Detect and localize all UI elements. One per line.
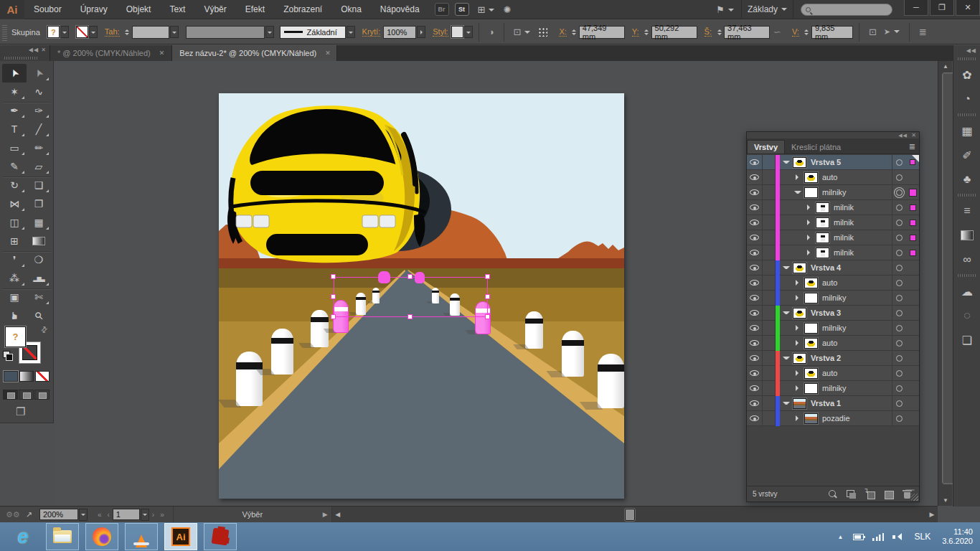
lock-toggle[interactable] [763, 366, 776, 381]
layer-thumbnail[interactable] [816, 217, 829, 228]
clock[interactable]: 11:40 3.6.2020 [942, 527, 973, 546]
layer-name[interactable]: milnik [834, 203, 892, 212]
expand-caret-icon[interactable] [796, 415, 803, 421]
document-tab[interactable]: Bez názvu-2* @ 200% (CMYK/Náhled)✕ [172, 45, 337, 61]
opacity-field[interactable]: 100% [383, 26, 416, 39]
layer-thumbnail[interactable] [804, 338, 818, 349]
selection-handle[interactable] [331, 314, 336, 319]
height-stepper[interactable] [802, 26, 811, 39]
artboard-number-field[interactable]: 1 [113, 509, 140, 520]
gradient-panel-icon[interactable] [953, 223, 980, 248]
zoom-tool[interactable]: ⚲ [27, 306, 51, 325]
opacity-mask-icon[interactable]: ⊡ [514, 27, 531, 37]
stock-button[interactable]: St [455, 3, 469, 16]
selection-handle[interactable] [331, 294, 336, 299]
visibility-toggle[interactable] [747, 321, 763, 336]
dock-grip[interactable] [953, 272, 980, 279]
layer-thumbnail[interactable] [804, 172, 818, 183]
expand-dock-icon[interactable]: ◀◀ [953, 45, 980, 55]
none-button[interactable] [35, 371, 50, 382]
default-fill-stroke-icon[interactable] [3, 351, 13, 359]
selection-proxy-square[interactable] [910, 205, 915, 210]
layer-name[interactable]: Vrstva 4 [811, 263, 892, 272]
visibility-toggle[interactable] [747, 366, 763, 381]
layer-row[interactable]: Vrstva 5 [747, 155, 919, 170]
blend-tool[interactable]: ❍ [27, 250, 51, 269]
curvature-pen-tool[interactable]: ✑ [27, 101, 51, 120]
selection-handle[interactable] [485, 314, 490, 319]
target-circle-icon[interactable] [896, 220, 903, 226]
next-artboard-icon[interactable]: › [152, 511, 154, 519]
lock-toggle[interactable] [763, 155, 776, 170]
target-circle-icon[interactable] [896, 235, 903, 241]
layer-row[interactable]: milnik [747, 215, 919, 230]
visibility-toggle[interactable] [747, 291, 763, 306]
layer-thumbnail[interactable] [816, 202, 829, 213]
close-button[interactable]: ✕ [956, 0, 980, 16]
layer-name[interactable]: milnik [834, 233, 892, 242]
puzzle-app-icon[interactable] [204, 523, 237, 550]
tab-artboards[interactable]: Kreslicí plátna [785, 141, 847, 154]
layer-row[interactable]: milniky [747, 185, 919, 200]
layer-name[interactable]: auto [822, 173, 892, 182]
expand-caret-icon[interactable] [807, 204, 814, 210]
mesh-tool[interactable]: ⊞ [2, 232, 27, 250]
layer-name[interactable]: milniky [822, 293, 892, 302]
lock-toggle[interactable] [763, 260, 776, 276]
layer-thumbnail[interactable] [816, 248, 829, 258]
horizontal-scrollbar[interactable]: ◀ ▶ [332, 507, 938, 523]
layer-thumbnail[interactable] [804, 368, 818, 379]
layer-thumbnail[interactable] [793, 157, 806, 168]
column-graph-tool[interactable]: ▂▆▃ [27, 269, 51, 288]
align-pixel-grid-icon[interactable]: ⊡ [869, 27, 877, 37]
draw-normal-button[interactable] [3, 390, 18, 400]
lock-toggle[interactable] [763, 396, 776, 411]
layer-thumbnail[interactable] [804, 413, 818, 424]
target-circle-icon[interactable] [896, 385, 903, 392]
layer-row[interactable]: Vrstva 1 [747, 396, 919, 411]
width-profile-arrow[interactable] [265, 26, 274, 38]
selection-tool[interactable]: ➤ [2, 64, 27, 83]
layer-name[interactable]: Vrstva 2 [811, 354, 892, 362]
zoom-level-field[interactable]: 200% [39, 509, 78, 520]
expand-caret-icon[interactable] [783, 311, 790, 317]
layer-name[interactable]: auto [822, 369, 892, 377]
horizontal-scroll-thumb[interactable] [625, 509, 635, 521]
layer-thumbnail[interactable] [804, 187, 818, 198]
layer-row[interactable]: milniky [747, 291, 919, 306]
target-circle-icon[interactable] [896, 295, 903, 301]
tab-close-icon[interactable]: ✕ [159, 50, 165, 57]
swap-fill-stroke-icon[interactable]: ⇄ [39, 324, 50, 336]
arrange-documents-icon[interactable]: ⊞ [478, 4, 495, 15]
network-signal-icon[interactable] [872, 533, 884, 541]
y-stepper[interactable] [642, 26, 651, 39]
layer-thumbnail[interactable] [804, 383, 818, 394]
layer-row[interactable]: Vrstva 2 [747, 351, 919, 366]
layer-row[interactable]: pozadie [747, 411, 919, 426]
symbol-sprayer-tool[interactable]: ⁂ [2, 269, 27, 288]
menu-item[interactable]: Objekt [117, 0, 161, 19]
new-layer-icon[interactable] [882, 489, 895, 499]
selection-handle[interactable] [407, 274, 413, 279]
lock-toggle[interactable] [763, 291, 776, 306]
target-circle-icon[interactable] [896, 400, 903, 407]
artboard-dropdown[interactable] [141, 509, 149, 521]
brush-definition-dropdown[interactable]: Základní [280, 26, 346, 39]
selection-handle[interactable] [485, 274, 490, 279]
new-sublayer-icon[interactable] [864, 489, 876, 499]
rectangle-tool[interactable]: ▭ [2, 138, 27, 157]
style-arrow[interactable] [464, 26, 473, 38]
lock-toggle[interactable] [763, 185, 776, 200]
height-field[interactable]: 9,835 mm [811, 26, 853, 39]
panel-options-icon[interactable]: ≣ [919, 27, 927, 37]
internet-explorer-icon[interactable]: e [6, 523, 39, 550]
layer-name[interactable]: Vrstva 1 [811, 399, 892, 408]
target-circle-icon[interactable] [896, 325, 903, 331]
selection-proxy-square[interactable] [910, 189, 916, 196]
menu-item[interactable]: Úpravy [71, 0, 117, 19]
expand-caret-icon[interactable] [796, 174, 803, 180]
perspective-grid-tool[interactable]: ▦ [27, 213, 51, 232]
target-circle-icon[interactable] [896, 355, 903, 362]
scroll-right-icon[interactable]: ▶ [926, 507, 938, 523]
visibility-toggle[interactable] [747, 230, 763, 245]
